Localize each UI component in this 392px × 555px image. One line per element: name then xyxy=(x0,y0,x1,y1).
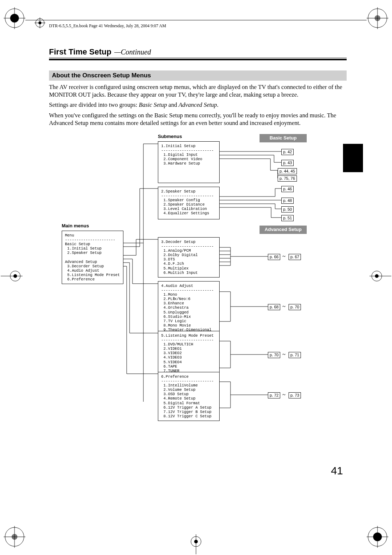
svg-point-5 xyxy=(375,15,380,21)
pageref-72: p. 72 xyxy=(268,392,280,398)
pageref-46: p. 46 xyxy=(281,186,294,192)
pageref-43: p. 43 xyxy=(281,160,294,166)
page-number: 41 xyxy=(331,465,343,477)
pageref-70b: p. 70 xyxy=(268,352,280,358)
svg-point-4 xyxy=(368,9,387,28)
menu-diagram: Submenus Main menus Basic Setup Advanced… xyxy=(49,134,347,417)
svg-point-1 xyxy=(10,14,19,23)
book-tag: DTR-6.5,5.5_En.book Page 41 Wednesday, J… xyxy=(49,23,166,29)
svg-point-9 xyxy=(12,534,17,540)
paragraph-3: When you've configured the settings on t… xyxy=(49,112,347,127)
crop-mark-br xyxy=(367,526,388,548)
pageref-50: p. 50 xyxy=(281,206,294,212)
svg-point-13 xyxy=(373,532,382,541)
section-title: First Time Setup xyxy=(49,47,111,56)
svg-point-28 xyxy=(38,21,41,24)
crop-mark-bottom xyxy=(189,534,203,554)
section-title-suffix: —Continued xyxy=(114,48,151,56)
advanced-setup-pill: Advanced Setup xyxy=(260,226,307,234)
pageref-71: p. 71 xyxy=(289,352,301,358)
svg-point-0 xyxy=(5,9,24,28)
tilde-1: ~ xyxy=(282,253,286,260)
submenu-initial-setup: 1.Initial Setup ----------------------- … xyxy=(158,141,220,183)
tilde-4: ~ xyxy=(282,392,286,398)
pageref-66: p. 66 xyxy=(268,254,280,260)
pageref-51: p. 51 xyxy=(281,215,294,221)
submenus-label: Submenus xyxy=(158,134,182,139)
paragraph-1: The AV receiver is configured using onsc… xyxy=(49,84,347,98)
submenu-decoder-setup: 3.Decoder Setup ----------------------- … xyxy=(158,237,220,278)
paragraph-2: Settings are divided into two groups: Ba… xyxy=(49,101,347,109)
main-menus-label: Main menus xyxy=(62,223,89,229)
pageref-44-45: p. 44, 45 xyxy=(278,168,297,174)
pageref-68: p. 68 xyxy=(268,304,280,310)
svg-point-8 xyxy=(5,527,24,546)
crop-mark-tl xyxy=(4,7,25,29)
pageref-75-76: p. 75, 76 xyxy=(278,175,297,182)
svg-point-12 xyxy=(368,527,387,546)
basic-setup-pill: Basic Setup xyxy=(260,134,307,142)
submenu-audio-adjust: 4.Audio Adjust ----------------------- 1… xyxy=(158,281,220,335)
pageref-42: p. 42 xyxy=(281,149,294,155)
crop-mark-right xyxy=(369,269,391,283)
crop-mark-left xyxy=(1,269,23,283)
pageref-48: p. 48 xyxy=(281,198,294,204)
crop-mark-bl xyxy=(4,526,25,548)
pageref-67: p. 67 xyxy=(289,254,301,260)
header-cross-icon xyxy=(34,17,45,28)
subheading: About the Onscreen Setup Menus xyxy=(49,70,347,81)
title-rule xyxy=(49,59,347,60)
pageref-70: p. 70 xyxy=(289,304,301,310)
pageref-73: p. 73 xyxy=(289,392,301,398)
crop-mark-tr xyxy=(367,7,388,29)
main-menu-box: Menu ---------------------- Basic Setup … xyxy=(62,231,123,284)
tilde-2: ~ xyxy=(282,303,286,310)
page-body: First Time Setup —Continued About the On… xyxy=(49,47,347,417)
submenu-preference: 6.Preference ----------------------- 1.I… xyxy=(158,372,220,421)
header-rule xyxy=(25,20,367,20)
tilde-3: ~ xyxy=(282,351,286,358)
submenu-speaker-setup: 2.Speaker Setup ----------------------- … xyxy=(158,187,220,219)
